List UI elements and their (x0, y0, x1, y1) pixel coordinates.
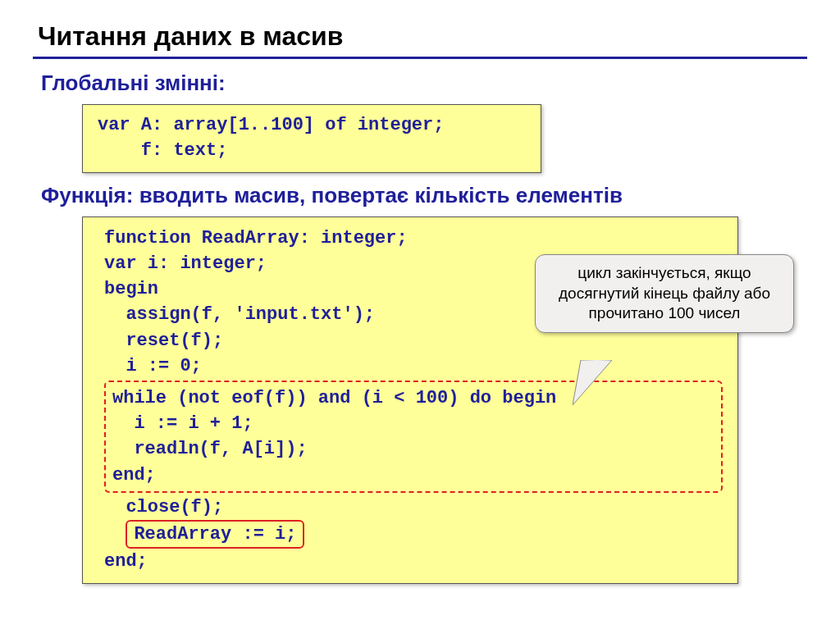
code-function-head: function ReadArray: integer; var i: inte… (104, 228, 408, 376)
callout-bubble: цикл закінчується, якщо досягнутий кінец… (535, 254, 794, 333)
subheading-function: Функція: вводить масив, повертає кількіс… (41, 183, 807, 208)
code-return-highlight: ReadArray := i; (126, 520, 304, 549)
title-rule (33, 57, 807, 59)
code-block-globals: var A: array[1..100] of integer; f: text… (82, 104, 541, 173)
code-end: end; (104, 551, 148, 572)
page-title: Читання даних в масив (38, 21, 807, 52)
callout-text: цикл закінчується, якщо досягнутий кінец… (559, 264, 770, 321)
svg-marker-0 (573, 360, 612, 405)
subheading-globals: Глобальні змінні: (41, 71, 807, 96)
code-loop-highlight: while (not eof(f)) and (i < 100) do begi… (104, 381, 723, 493)
code-close: close(f); (104, 497, 223, 517)
